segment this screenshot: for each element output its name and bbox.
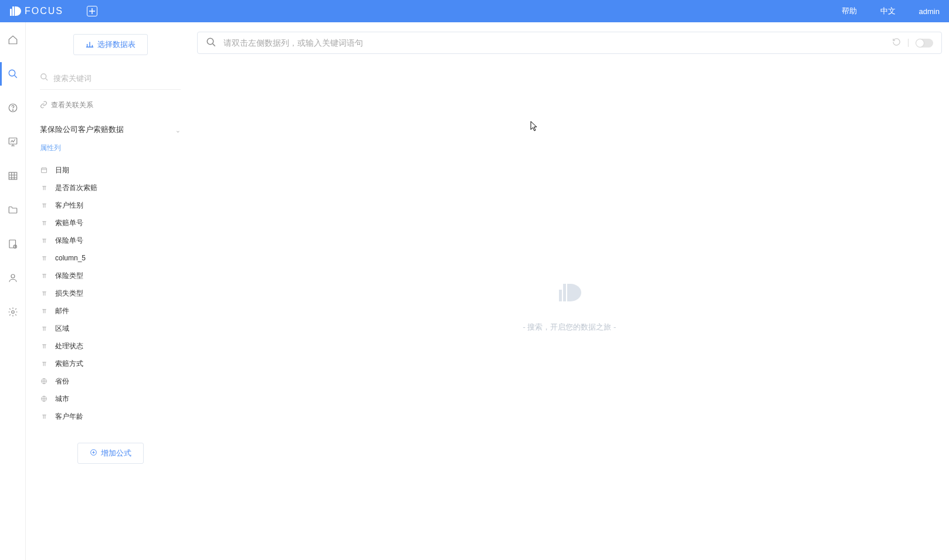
text-icon <box>40 220 48 226</box>
column-label: 客户年龄 <box>55 412 83 422</box>
column-label: 保险单号 <box>55 236 83 246</box>
dataset-header[interactable]: 某保险公司客户索赔数据 ⌃ <box>40 124 181 135</box>
svg-point-10 <box>11 311 14 314</box>
text-icon <box>40 185 48 191</box>
svg-rect-7 <box>9 240 16 248</box>
query-actions <box>892 38 933 48</box>
column-item[interactable]: 保险单号 <box>40 232 181 249</box>
nav-config[interactable] <box>0 237 26 251</box>
language-switch[interactable]: 中文 <box>880 6 896 16</box>
nav-pinboard[interactable] <box>0 135 26 149</box>
column-label: 客户性别 <box>55 201 83 211</box>
column-item[interactable]: 索赔方式 <box>40 355 181 372</box>
text-icon <box>40 202 48 209</box>
text-icon <box>40 273 48 279</box>
nav-folder[interactable] <box>0 203 26 217</box>
column-label: 损失类型 <box>55 289 83 298</box>
svg-point-2 <box>9 70 15 76</box>
plus-circle-icon <box>90 449 97 458</box>
chevron-up-icon: ⌃ <box>175 126 181 134</box>
column-list: 日期是否首次索赔客户性别索赔单号保险单号column_5保险类型损失类型邮件区域… <box>40 161 181 425</box>
divider <box>908 39 909 47</box>
column-label: 索赔方式 <box>55 359 83 369</box>
keyword-search <box>40 68 181 90</box>
main-content: - 搜索，开启您的数据之旅 - <box>190 22 949 560</box>
select-datatable-button[interactable]: 选择数据表 <box>73 34 148 55</box>
brand-text: FOCUS <box>25 6 63 16</box>
column-item[interactable]: 保险类型 <box>40 267 181 284</box>
empty-text: - 搜索，开启您的数据之旅 - <box>523 322 616 332</box>
column-item[interactable]: 邮件 <box>40 302 181 320</box>
attr-section-label: 属性列 <box>40 143 181 153</box>
empty-logo-icon <box>558 281 581 304</box>
svg-rect-17 <box>559 290 562 301</box>
column-item[interactable]: 日期 <box>40 161 181 179</box>
user-menu[interactable]: admin <box>919 7 940 16</box>
refresh-icon[interactable] <box>892 38 901 48</box>
column-item[interactable]: 客户年龄 <box>40 408 181 425</box>
link-icon <box>40 101 48 110</box>
brand-logo: FOCUS <box>9 5 63 17</box>
column-item[interactable]: 区域 <box>40 320 181 337</box>
svg-rect-0 <box>10 9 12 16</box>
add-formula-button[interactable]: 增加公式 <box>77 443 144 464</box>
search-icon <box>206 37 216 49</box>
nav-rail <box>0 22 26 560</box>
data-sidebar: 选择数据表 查看关联关系 某保险公司客户索赔数据 ⌃ 属性列 日期是否首次索赔客… <box>26 22 190 560</box>
app-header: FOCUS 帮助 中文 admin <box>0 0 949 22</box>
column-label: 保险类型 <box>55 271 83 281</box>
header-right: 帮助 中文 admin <box>842 6 940 16</box>
nav-user[interactable] <box>0 271 26 285</box>
column-label: 索赔单号 <box>55 218 83 228</box>
column-item[interactable]: 是否首次索赔 <box>40 179 181 196</box>
column-label: 区域 <box>55 324 69 334</box>
column-item[interactable]: 城市 <box>40 390 181 408</box>
nav-settings[interactable] <box>0 305 26 319</box>
column-item[interactable]: 损失类型 <box>40 284 181 302</box>
svg-rect-6 <box>9 172 17 179</box>
globe-icon <box>40 395 48 402</box>
nav-home[interactable] <box>0 33 26 47</box>
text-icon <box>40 237 48 244</box>
column-item[interactable]: 客户性别 <box>40 196 181 214</box>
calendar-icon <box>40 167 48 174</box>
keyword-input[interactable] <box>53 74 181 83</box>
empty-state: - 搜索，开启您的数据之旅 - <box>197 54 942 560</box>
svg-point-16 <box>207 38 213 45</box>
add-formula-label: 增加公式 <box>101 448 131 459</box>
svg-point-4 <box>12 110 13 110</box>
chart-bar-icon <box>86 40 94 50</box>
help-link[interactable]: 帮助 <box>842 6 857 16</box>
column-label: 处理状态 <box>55 341 83 351</box>
view-relations-label: 查看关联关系 <box>51 100 93 110</box>
view-relations-link[interactable]: 查看关联关系 <box>40 100 181 110</box>
text-icon <box>40 413 48 420</box>
column-label: 城市 <box>55 394 69 404</box>
add-tab-button[interactable] <box>87 6 97 16</box>
text-icon <box>40 255 48 262</box>
svg-rect-18 <box>563 284 566 301</box>
column-item[interactable]: 索赔单号 <box>40 214 181 232</box>
nav-table[interactable] <box>0 169 26 183</box>
column-item[interactable]: 省份 <box>40 372 181 390</box>
brand-icon <box>9 5 21 17</box>
mode-toggle[interactable] <box>916 39 933 47</box>
globe-icon <box>40 378 48 385</box>
column-label: 邮件 <box>55 306 69 316</box>
column-label: 是否首次索赔 <box>55 183 97 193</box>
column-item[interactable]: 处理状态 <box>40 337 181 355</box>
nav-search[interactable] <box>0 67 26 81</box>
text-icon <box>40 343 48 349</box>
column-item[interactable]: column_5 <box>40 249 181 267</box>
text-icon <box>40 308 48 314</box>
column-label: 省份 <box>55 376 69 386</box>
svg-point-9 <box>11 274 15 278</box>
query-input[interactable] <box>223 38 885 47</box>
svg-point-11 <box>41 74 46 79</box>
query-bar <box>197 32 942 54</box>
column-label: column_5 <box>55 254 86 262</box>
nav-help[interactable] <box>0 101 26 115</box>
text-icon <box>40 325 48 332</box>
column-label: 日期 <box>55 165 69 175</box>
text-icon <box>40 361 48 367</box>
